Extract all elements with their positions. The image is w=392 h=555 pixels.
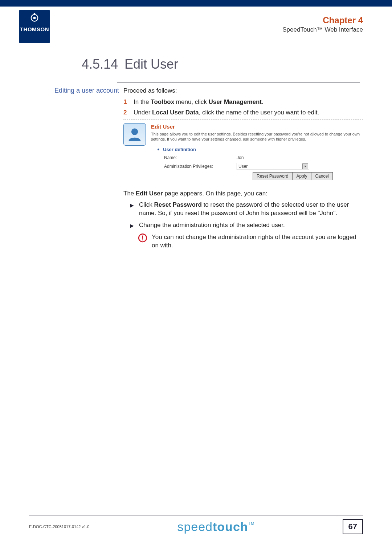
chevron-right-icon: ▶ [130,202,134,209]
warning-row: You can not change the administration ri… [138,233,363,250]
chapter-label: Chapter 4 [282,15,363,25]
reset-password-button[interactable]: Reset Password [253,172,292,180]
warning-text: You can not change the administration ri… [152,233,363,250]
logo-text: THOMSON [19,26,50,32]
svg-point-2 [131,128,138,135]
steps-list: 1 In the Toolbox menu, click User Manage… [123,98,363,117]
step-number: 1 [123,98,134,106]
privileges-label: Administration Privileges: [164,163,237,169]
chevron-down-icon [302,163,308,169]
chapter-subtitle: SpeedTouch™ Web Interface [282,26,363,33]
name-label: Name: [164,155,237,161]
page-number: 67 [343,519,363,534]
step-2: 2 Under Local User Data, click the name … [123,109,363,117]
chevron-right-icon: ▶ [130,222,134,229]
definition-table: Name: Jon Administration Privileges: Use… [164,155,363,180]
button-row: Reset Password Apply Cancel [253,172,363,180]
section-name: Edit User [124,57,178,72]
screenshot-panel: Edit User This page allows you to edit t… [123,119,363,181]
section-number: 4.5.14 [74,57,118,72]
capability-text: Click Reset Password to reset the passwo… [139,201,363,218]
page-footer: E-DOC-CTC-20051017-0142 v1.0 speedtouchT… [0,515,392,540]
step-text: Under Local User Data, click the name of… [134,109,363,117]
name-value: Jon [237,155,244,161]
svg-rect-5 [142,240,143,240]
top-bar [0,0,392,7]
intro-text: Proceed as follows: [123,87,363,95]
privileges-value: User [238,163,248,169]
divider [117,82,360,82]
person-icon [127,126,143,142]
section-title: 4.5.14Edit User [74,57,178,72]
svg-point-1 [33,17,36,19]
step-number: 2 [123,109,134,117]
warning-icon [138,233,147,243]
capability-item: ▶ Click Reset Password to reset the pass… [130,201,363,218]
capabilities-list: ▶ Click Reset Password to reset the pass… [130,201,363,230]
bullet-icon [158,149,159,150]
user-definition-row: User definition [158,146,363,153]
capability-text: Change the administration rights of the … [139,221,285,230]
thomson-logo-icon [29,12,40,23]
thomson-logo: THOMSON [19,10,50,43]
user-icon [123,123,146,146]
screenshot-title: Edit User [151,123,363,130]
svg-rect-4 [142,236,143,239]
body-content: Proceed as follows: 1 In the Toolbox men… [123,87,363,250]
step-text: In the Toolbox menu, click User Manageme… [134,98,363,106]
screenshot-desc: This page allows you to edit the user se… [151,132,363,142]
margin-label: Editing a user account [46,87,119,94]
user-definition-label: User definition [163,146,196,153]
brand-logo: speedtouchTM [177,520,254,534]
capability-item: ▶ Change the administration rights of th… [130,221,363,230]
result-text: The Edit User page appears. On this page… [123,190,363,198]
after-screenshot: The Edit User page appears. On this page… [123,190,363,250]
step-1: 1 In the Toolbox menu, click User Manage… [123,98,363,106]
document-id: E-DOC-CTC-20051017-0142 v1.0 [29,524,89,529]
page-header-right: Chapter 4 SpeedTouch™ Web Interface [282,15,363,33]
privileges-select[interactable]: User [237,163,309,170]
cancel-button[interactable]: Cancel [311,172,332,180]
apply-button[interactable]: Apply [292,172,311,180]
